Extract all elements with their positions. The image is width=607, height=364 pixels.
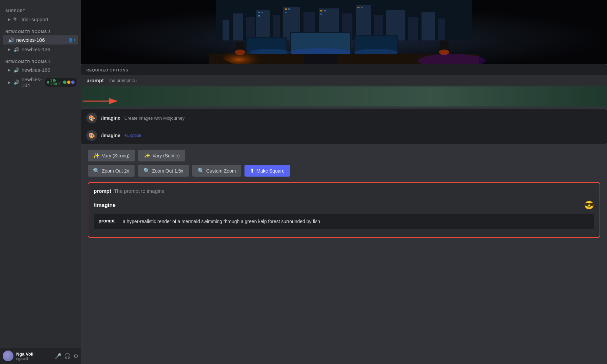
- svg-rect-22: [285, 12, 287, 13]
- scene-svg: [81, 0, 607, 64]
- zoom-out-2x-button[interactable]: 🔍 Zoom Out 2x: [88, 165, 135, 177]
- svg-rect-14: [408, 17, 418, 40]
- channel-name: newbies-166: [22, 67, 76, 73]
- required-options-label: REQUIRED OPTIONS: [81, 64, 607, 75]
- zoom-out-15x-icon: 🔍: [143, 168, 150, 174]
- custom-zoom-icon: 🔍: [198, 168, 204, 174]
- option-hint: The prompt to i: [108, 78, 137, 83]
- user-actions: 🎤 🎧 ⚙: [55, 353, 78, 359]
- sidebar-item-trial-support[interactable]: ▶ # trial-support: [3, 14, 78, 24]
- cmd-option-2: +1 option: [124, 133, 141, 138]
- deafen-icon[interactable]: 🎧: [64, 353, 71, 359]
- arrow-indicator: [81, 94, 121, 108]
- emoji-button[interactable]: 😎: [584, 201, 594, 210]
- section-label-newcomer-4: NEWCOMER ROOMS 4: [0, 54, 81, 65]
- suggestion-imagine-1[interactable]: 🎨 /imagine Create images with Midjourney: [81, 109, 607, 127]
- channel-arrow: ▶: [8, 81, 11, 84]
- prompt-detail-text: a hyper-realistic render of a mermaid sw…: [123, 218, 320, 225]
- svg-rect-3: [233, 13, 243, 40]
- action-row-zoom: 🔍 Zoom Out 2x 🔍 Zoom Out 1.5x 🔍 Custom Z…: [88, 165, 600, 177]
- prompt-detail-label: prompt: [98, 218, 119, 223]
- cmd-desc-1: Create images with Midjourney: [124, 116, 184, 121]
- voice-user-dots: [63, 81, 75, 84]
- svg-rect-25: [320, 13, 322, 15]
- cmd-name-2: /imagine: [101, 133, 120, 138]
- voice-active-dot: [47, 81, 49, 84]
- prompt-header-label: prompt: [94, 188, 111, 194]
- voice-channel-icon: 🔊: [13, 47, 20, 52]
- svg-rect-19: [258, 15, 260, 17]
- svg-rect-27: [361, 7, 363, 8]
- scene-background: [81, 0, 607, 64]
- channel-name: newbies-136: [22, 47, 76, 52]
- svg-rect-24: [324, 10, 326, 11]
- custom-zoom-label: Custom Zoom: [206, 168, 236, 174]
- content-wrapper: REQUIRED OPTIONS prompt The prompt to i …: [81, 64, 607, 364]
- voice-dot-1: [63, 81, 66, 84]
- action-row-vary: ✨ Vary (Strong) ✨ Vary (Subtle): [88, 150, 600, 161]
- svg-rect-20: [285, 8, 287, 10]
- mute-icon[interactable]: 🎤: [55, 353, 61, 359]
- zoom-out-2x-label: Zoom Out 2x: [102, 168, 129, 174]
- sidebar-item-newbies-136[interactable]: ▶ 🔊 newbies-136: [3, 45, 78, 54]
- cmd-icon-1: 🎨: [86, 113, 97, 123]
- svg-rect-26: [357, 7, 359, 8]
- imagine-section: /imagine 😎 prompt a hyper-realistic rend…: [94, 198, 594, 232]
- command-suggestions: 🎨 /imagine Create images with Midjourney…: [81, 109, 607, 144]
- sidebar-item-newbies-106[interactable]: 🔊 newbies-106 👤+: [3, 35, 78, 44]
- zoom-out-2x-icon: 🔍: [93, 168, 100, 174]
- blurred-image-strip: [81, 86, 607, 107]
- custom-zoom-button[interactable]: 🔍 Custom Zoom: [192, 165, 241, 177]
- svg-rect-17: [258, 12, 260, 13]
- zoom-out-15x-button[interactable]: 🔍 Zoom Out 1.5x: [138, 165, 189, 177]
- user-tag: ngavoii: [16, 357, 52, 361]
- svg-rect-4: [246, 17, 255, 40]
- make-square-label: Make Square: [256, 168, 284, 174]
- cmd-icon-2: 🎨: [86, 130, 97, 141]
- avatar: [3, 351, 13, 361]
- svg-rect-2: [223, 20, 229, 40]
- user-panel: Ngà Voii ngavoii 🎤 🎧 ⚙: [0, 348, 81, 364]
- svg-rect-42: [304, 54, 337, 64]
- voice-channel-icon: 🔊: [13, 67, 20, 73]
- make-square-button[interactable]: ⬆ Make Square: [244, 165, 290, 177]
- section-label-support: SUPPORT: [0, 3, 81, 14]
- settings-icon[interactable]: ⚙: [74, 353, 78, 359]
- svg-rect-18: [261, 12, 263, 13]
- voice-count-label: 3 IN VOICE: [50, 79, 62, 86]
- svg-rect-16: [438, 19, 445, 40]
- channel-arrow: ▶: [8, 48, 11, 51]
- svg-rect-11: [356, 5, 371, 40]
- main-content: REQUIRED OPTIONS prompt The prompt to i …: [81, 0, 607, 364]
- section-label-newcomer-3: NEWCOMER ROOMS 3: [0, 24, 81, 35]
- sidebar-item-newbies-104[interactable]: ▶ 🔊 newbies-104 3 IN VOICE: [3, 75, 78, 90]
- channel-name: trial-support: [22, 17, 76, 22]
- prompt-box-header: prompt The prompt to imagine: [94, 188, 594, 194]
- imagine-command-row: /imagine 😎: [94, 201, 594, 210]
- vary-strong-button[interactable]: ✨ Vary (Strong): [88, 150, 135, 161]
- vary-subtle-label: Vary (Subtle): [152, 153, 180, 158]
- svg-rect-21: [288, 8, 290, 10]
- svg-rect-6: [273, 15, 280, 40]
- voice-dot-2: [67, 81, 70, 84]
- action-buttons-area: ✨ Vary (Strong) ✨ Vary (Subtle) 🔍 Zoom O…: [81, 144, 607, 182]
- svg-rect-15: [422, 12, 435, 40]
- suggestion-imagine-2[interactable]: 🎨 /imagine +1 option: [81, 127, 607, 144]
- text-channel-icon: #: [13, 16, 20, 22]
- prompt-detail-row: prompt a hyper-realistic render of a mer…: [94, 214, 594, 229]
- svg-rect-5: [256, 10, 270, 40]
- image-preview: [81, 0, 607, 64]
- channel-arrow: ▶: [8, 68, 11, 72]
- sidebar-item-newbies-166[interactable]: ▶ 🔊 newbies-166: [3, 65, 78, 74]
- vary-strong-label: Vary (Strong): [102, 153, 129, 158]
- sidebar-section-support: SUPPORT ▶ # trial-support: [0, 3, 81, 24]
- prompt-box: prompt The prompt to imagine /imagine 😎 …: [88, 182, 600, 238]
- vary-strong-icon: ✨: [93, 152, 100, 159]
- user-icon: 👤+: [68, 38, 76, 42]
- vary-subtle-icon: ✨: [144, 152, 150, 159]
- arrow-svg: [81, 94, 121, 108]
- sidebar-section-newcomer-3: NEWCOMER ROOMS 3 🔊 newbies-106 👤+ ▶ 🔊 ne…: [0, 24, 81, 54]
- voice-channel-icon: 🔊: [8, 37, 14, 43]
- vary-subtle-button[interactable]: ✨ Vary (Subtle): [138, 150, 185, 161]
- username: Ngà Voii: [16, 352, 52, 357]
